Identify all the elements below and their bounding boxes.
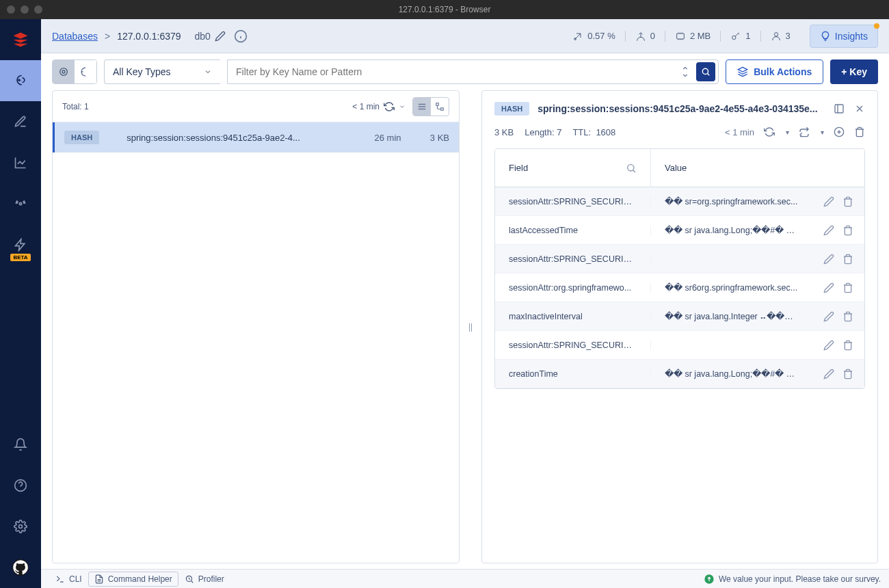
breadcrumb-databases[interactable]: Databases [52,31,98,42]
svg-point-0 [19,202,21,204]
sidebar-help[interactable] [0,465,41,506]
profiler-button[interactable]: Profiler [178,572,230,587]
stat-cpu: 0.57 % [563,31,625,42]
keys-panel: Total: 1 < 1 min [52,90,460,563]
edit-field-button[interactable] [823,282,834,293]
details-refresh-button[interactable] [764,126,775,137]
keys-header: Total: 1 < 1 min [53,91,459,122]
edit-field-button[interactable] [823,311,834,322]
svg-point-2 [19,525,23,529]
sidebar-notifications[interactable] [0,424,41,465]
bulk-actions-button[interactable]: Bulk Actions [726,59,823,84]
delete-field-button[interactable] [842,225,853,236]
svg-point-16 [628,164,634,170]
details-meta: 3 KB Length: 7 TTL: 1608 < 1 min ▾ ▾ [482,116,877,148]
edit-field-button[interactable] [823,369,834,379]
db-selector[interactable]: db0 [195,31,226,42]
delete-field-button[interactable] [842,282,853,293]
hash-value: �� sr java.lang.Long;��#� J ... [651,369,812,379]
details-refresh-label: < 1 min [725,127,754,137]
sidebar-workbench[interactable] [0,101,41,142]
key-row[interactable]: HASHspring:session:sessions:9451c25a-9ae… [53,122,459,152]
add-key-button[interactable]: + Key [830,59,878,84]
delete-key-button[interactable] [854,126,865,137]
hash-row[interactable]: sessionAttr:org.springframewo...�� sr6or… [495,273,864,302]
hash-row[interactable]: sessionAttr:SPRING_SECURITY_... [495,331,864,360]
view-toggle [52,59,97,84]
svg-rect-6 [677,34,685,39]
hash-value: �� sr java.lang.Integer ⠤���... [651,311,812,321]
sort-button[interactable] [674,66,696,77]
key-type-filter[interactable]: All Key Types [104,59,220,84]
edit-field-button[interactable] [823,196,834,207]
insights-button[interactable]: Insights [810,25,878,48]
stat-ops: 0 [626,31,665,42]
view-list-button[interactable] [53,60,75,83]
hash-row[interactable]: sessionAttr:SPRING_SECURITY_...�� sr=org… [495,187,864,216]
edit-field-button[interactable] [823,254,834,265]
hash-field: creationTime [495,369,651,379]
sidebar-github[interactable] [0,547,41,588]
delete-field-button[interactable] [842,340,853,351]
details-key-name[interactable]: spring:session:sessions:9451c25a-9ae2-4e… [538,103,825,114]
survey-link[interactable]: We value your input. Please take our sur… [704,574,881,585]
hash-row[interactable]: maxInactiveInterval�� sr java.lang.Integ… [495,302,864,331]
chevron-down-icon[interactable]: ▾ [821,129,824,136]
sidebar-browser[interactable] [0,60,41,101]
search-icon [701,67,711,77]
view-tree-button[interactable] [75,60,96,83]
delete-field-button[interactable] [842,254,853,265]
maximize-window[interactable] [34,5,42,14]
minimize-window[interactable] [21,5,29,14]
details-ttl-label: TTL: [572,127,591,137]
toolbar: All Key Types Bulk Actions + Key [41,53,889,90]
user-icon [771,31,782,42]
chevron-down-icon[interactable]: ▾ [786,129,789,136]
sidebar-triggers[interactable]: BETA [0,224,41,265]
key-type-badge: HASH [64,131,99,144]
search-button[interactable] [696,62,715,81]
delete-field-button[interactable] [842,311,853,322]
delete-field-button[interactable] [842,196,853,207]
edit-field-button[interactable] [823,340,834,351]
close-window[interactable] [7,5,15,14]
add-field-button[interactable] [834,126,845,137]
edit-field-button[interactable] [823,225,834,236]
delete-field-button[interactable] [842,369,853,379]
stat-memory: 2 MB [665,31,721,42]
info-icon[interactable] [234,29,248,43]
upload-icon [704,574,715,585]
window-title: 127.0.0.1:6379 - Browser [399,5,491,14]
chevron-down-icon[interactable] [399,103,406,110]
hash-table-head: Field Value [495,149,864,187]
key-ttl: 26 min [360,133,415,143]
hash-row[interactable]: creationTime�� sr java.lang.Long;��#� J … [495,360,864,388]
tree-view-button[interactable] [431,98,449,116]
details-type-badge: HASH [494,102,529,116]
formatter-button[interactable] [799,126,810,137]
fullscreen-button[interactable] [834,103,845,114]
profiler-icon [185,574,194,584]
hash-row[interactable]: sessionAttr:SPRING_SECURITY_... [495,245,864,273]
svg-rect-14 [835,105,843,113]
sidebar: BETA [0,19,41,588]
refresh-button[interactable] [384,101,395,112]
details-ttl-value[interactable]: 1608 [596,127,615,137]
cli-button[interactable]: CLI [49,572,88,587]
redis-logo[interactable] [0,19,41,60]
sidebar-settings[interactable] [0,506,41,547]
breadcrumb-host: 127.0.0.1:6379 [117,31,181,42]
command-helper-button[interactable]: Command Helper [88,572,178,587]
close-details-button[interactable] [854,103,865,114]
filter-input[interactable] [236,66,674,77]
field-header: Field [509,163,528,173]
sidebar-pubsub[interactable] [0,183,41,224]
list-view-button[interactable] [413,98,431,116]
panel-splitter[interactable]: || [469,90,472,563]
field-search-button[interactable] [626,163,637,174]
window-controls [7,5,42,14]
hash-row[interactable]: lastAccessedTime�� sr java.lang.Long;��#… [495,216,864,245]
keys-refresh-info: < 1 min [352,101,406,112]
hash-field: sessionAttr:org.springframewo... [495,283,651,293]
sidebar-analysis[interactable] [0,142,41,183]
